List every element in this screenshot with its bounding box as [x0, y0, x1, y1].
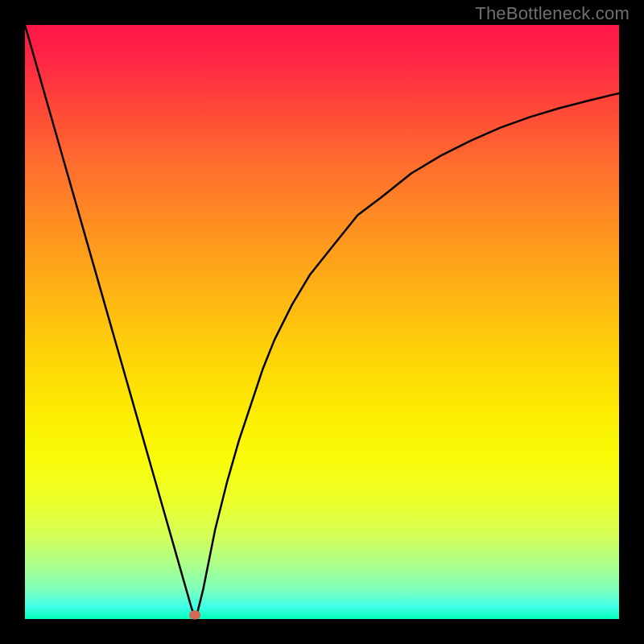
bottleneck-curve	[25, 25, 619, 619]
watermark-text: TheBottleneck.com	[475, 3, 630, 24]
optimal-point-marker	[189, 611, 200, 620]
chart-container: TheBottleneck.com	[0, 0, 644, 644]
